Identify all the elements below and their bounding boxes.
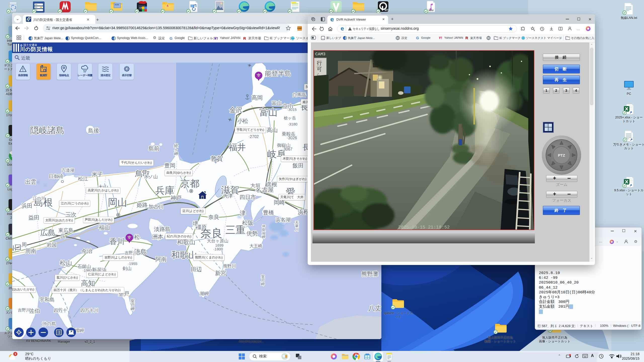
svg-text:神戸: 神戸 xyxy=(170,195,182,201)
svg-text:新宮: 新宮 xyxy=(215,270,226,276)
svg-text:今治: 今治 xyxy=(81,248,92,254)
svg-text:·3180: ·3180 xyxy=(288,122,297,126)
svg-text:佐伯: 佐伯 xyxy=(29,308,40,314)
svg-text:岩国: 岩国 xyxy=(47,242,57,248)
svg-text:Y!: Y! xyxy=(214,36,218,40)
svg-text:津: 津 xyxy=(240,210,246,216)
svg-text:香川: 香川 xyxy=(109,237,125,246)
svg-text:兵庫: 兵庫 xyxy=(155,185,174,196)
svg-text:島前: 島前 xyxy=(148,145,159,152)
svg-text:高知: 高知 xyxy=(81,279,95,287)
svg-text:隠岐諸島: 隠岐諸島 xyxy=(30,125,64,135)
svg-text:室戸岬: 室戸岬 xyxy=(261,274,265,286)
svg-text:能登半島: 能登半島 xyxy=(265,70,291,77)
svg-text:淡路島: 淡路島 xyxy=(154,226,171,232)
svg-text:R: R xyxy=(465,36,468,40)
svg-text:周: 周 xyxy=(22,242,27,247)
svg-text:天竜川: 天竜川 xyxy=(295,220,299,232)
svg-text:高岡: 高岡 xyxy=(252,95,263,101)
svg-text:NT2: NT2 xyxy=(385,9,389,12)
svg-text:加古川: 加古川 xyxy=(148,204,164,209)
svg-text:吉野川: 吉野川 xyxy=(18,308,30,312)
svg-text:熊野灘: 熊野灘 xyxy=(361,271,378,277)
svg-text:大王崎: 大王崎 xyxy=(250,244,262,248)
svg-text:松江: 松江 xyxy=(78,176,88,182)
svg-text:松山: 松山 xyxy=(60,259,72,266)
svg-text:PTZ: PTZ xyxy=(558,153,565,157)
svg-text:·3026: ·3026 xyxy=(287,136,297,140)
svg-text:白馬岳: 白馬岳 xyxy=(293,92,306,97)
svg-text:R: R xyxy=(243,36,246,40)
svg-text:槍ヶ岳: 槍ヶ岳 xyxy=(284,116,296,120)
svg-text:四万十: 四万十 xyxy=(54,308,67,313)
svg-text:CAM3: CAM3 xyxy=(315,52,326,57)
svg-text:·3015: ·3015 xyxy=(287,107,297,112)
svg-text:敦賀: 敦賀 xyxy=(211,155,223,162)
svg-text:氷ノ山: 氷ノ山 xyxy=(144,174,158,179)
svg-text:·2702: ·2702 xyxy=(249,134,259,139)
svg-text:G: G xyxy=(170,36,173,40)
svg-text:八丈: 八丈 xyxy=(368,304,381,312)
svg-text:伊良湖岬: 伊良湖岬 xyxy=(262,224,265,239)
svg-text:剣山: 剣山 xyxy=(123,266,132,271)
svg-text:飯田: 飯田 xyxy=(293,162,304,169)
svg-text:益田: 益田 xyxy=(28,214,39,221)
svg-text:可: 可 xyxy=(317,66,322,72)
svg-text:宇和島: 宇和島 xyxy=(39,297,55,302)
svg-text:行: 行 xyxy=(317,60,322,66)
svg-text:·3067: ·3067 xyxy=(282,147,293,151)
svg-text:福山: 福山 xyxy=(99,224,110,231)
svg-text:周南: 周南 xyxy=(25,248,36,254)
svg-text:沖の島: 沖の島 xyxy=(42,321,56,326)
svg-text:2025-08-15 21:18:52: 2025-08-15 21:18:52 xyxy=(398,225,450,230)
svg-text:呉: 呉 xyxy=(60,233,65,239)
svg-text:洲本: 洲本 xyxy=(152,234,163,240)
svg-text:三次: 三次 xyxy=(65,211,76,218)
svg-text:熊野川: 熊野川 xyxy=(223,264,236,268)
svg-text:田辺: 田辺 xyxy=(191,266,202,273)
svg-text:大津: 大津 xyxy=(223,193,233,199)
svg-text:姫路: 姫路 xyxy=(137,202,148,208)
svg-text:福井: 福井 xyxy=(229,142,246,152)
svg-text:江の川: 江の川 xyxy=(33,196,45,200)
svg-text:9: 9 xyxy=(15,352,16,355)
svg-text:和歌山: 和歌山 xyxy=(177,239,195,245)
svg-text:東広島: 東広島 xyxy=(58,228,73,233)
svg-text:豊橋: 豊橋 xyxy=(263,209,274,216)
svg-text:室戸岬: 室戸岬 xyxy=(131,299,135,311)
svg-text:富山: 富山 xyxy=(272,100,282,106)
svg-text:京都: 京都 xyxy=(180,178,199,189)
svg-text:岡山: 岡山 xyxy=(108,197,127,208)
svg-text:·1955: ·1955 xyxy=(128,261,137,266)
svg-text:小松: 小松 xyxy=(237,118,248,124)
svg-text:WAV: WAV xyxy=(429,9,434,12)
svg-text:Ackie: Ackie xyxy=(115,4,119,6)
svg-text:広島: 広島 xyxy=(40,229,55,237)
svg-text:四万十川: 四万十川 xyxy=(80,308,98,313)
svg-text:·1800: ·1800 xyxy=(213,247,223,251)
svg-text:松: 松 xyxy=(134,234,140,240)
svg-text:奈良: 奈良 xyxy=(200,227,223,239)
svg-text:浜田: 浜田 xyxy=(21,203,32,209)
svg-text:山口: 山口 xyxy=(12,243,22,251)
svg-text:豊岡: 豊岡 xyxy=(164,162,175,169)
svg-text:伊勢: 伊勢 xyxy=(246,230,258,237)
svg-text:日御碕: 日御碕 xyxy=(49,174,63,179)
svg-text:大垣: 大垣 xyxy=(250,183,260,188)
svg-text:島後: 島後 xyxy=(88,127,99,134)
svg-text:浜名湖: 浜名湖 xyxy=(275,217,291,222)
svg-text:富山: 富山 xyxy=(259,107,277,117)
svg-text:阿南: 阿南 xyxy=(155,256,167,262)
svg-text:宍道湖: 宍道湖 xyxy=(62,168,74,173)
svg-text:Y!: Y! xyxy=(439,36,442,40)
svg-text:堺: 堺 xyxy=(192,220,198,227)
svg-text:松阪: 松阪 xyxy=(242,220,253,226)
svg-text:四日市: 四日市 xyxy=(239,194,256,200)
svg-text:経ヶ岬: 経ヶ岬 xyxy=(174,144,178,156)
svg-text:金沢: 金沢 xyxy=(229,106,243,114)
svg-text:米子: 米子 xyxy=(92,171,103,177)
svg-text:潮岬: 潮岬 xyxy=(200,291,209,296)
svg-text:高山: 高山 xyxy=(267,127,278,133)
svg-text:大台ヶ原山: 大台ヶ原山 xyxy=(207,239,228,243)
svg-text:奈良: 奈良 xyxy=(208,214,219,220)
